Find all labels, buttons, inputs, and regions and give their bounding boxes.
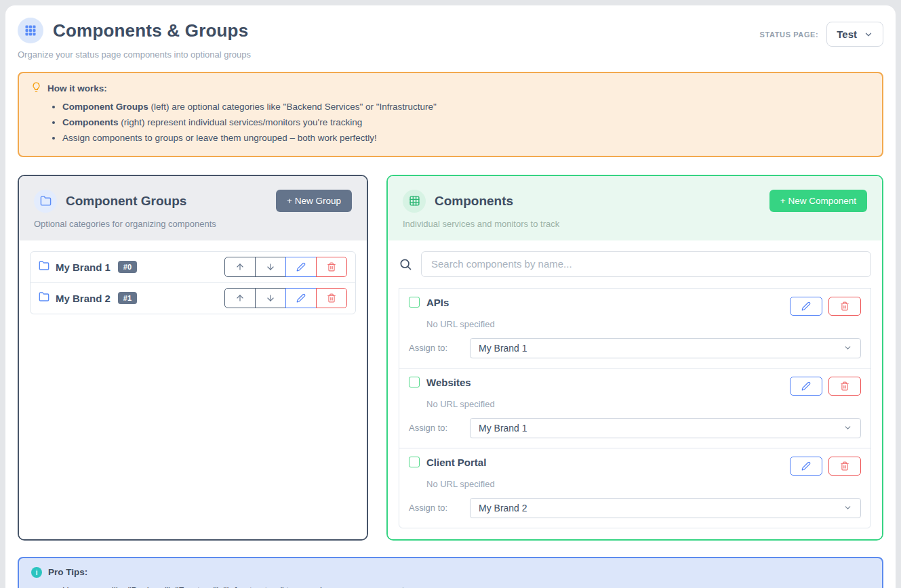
delete-group-button[interactable] [316, 288, 347, 308]
move-group-down-button[interactable] [255, 288, 286, 308]
group-order-badge: #1 [118, 292, 137, 304]
component-checkbox[interactable] [409, 297, 420, 308]
folder-icon [39, 291, 49, 305]
how-it-works-list: Component Groups (left) are optional cat… [31, 99, 870, 146]
search-icon [399, 257, 412, 271]
how-it-works-title: How it works: [47, 83, 107, 93]
pencil-icon [296, 262, 306, 272]
pro-tips-list: Use groups like "Backend", "Frontend", "… [31, 583, 870, 588]
panels-row: Component Groups + New Group Optional ca… [18, 175, 883, 541]
arrow-down-icon [266, 262, 275, 272]
chevron-down-icon [843, 423, 852, 432]
components-panel: Components + New Component Individual se… [386, 175, 883, 541]
assign-group-select[interactable]: My Brand 1 [470, 338, 861, 358]
assign-to-label: Assign to: [409, 503, 460, 513]
group-actions [224, 288, 347, 308]
delete-component-button[interactable] [828, 297, 861, 316]
chevron-down-icon [843, 343, 852, 352]
arrow-up-icon [235, 262, 245, 272]
info-icon [31, 567, 42, 578]
main-card: Components & Groups Organize your status… [5, 5, 896, 588]
trash-icon [327, 293, 336, 303]
pencil-icon [801, 461, 811, 471]
lightbulb-icon [31, 82, 41, 94]
chevron-down-icon [843, 503, 852, 512]
how-it-works-box: How it works: Component Groups (left) ar… [18, 72, 883, 157]
page-subtitle: Organize your status page components int… [18, 49, 251, 60]
pro-tips-bullet: Use groups like "Backend", "Frontend", "… [62, 583, 870, 588]
components-grid-icon [403, 190, 426, 213]
trash-icon [840, 381, 849, 391]
assigned-group-value: My Brand 1 [479, 423, 527, 434]
assign-to-label: Assign to: [409, 343, 460, 353]
assign-group-select[interactable]: My Brand 2 [470, 498, 861, 518]
edit-group-button[interactable] [285, 288, 317, 308]
component-search-row [399, 251, 871, 277]
trash-icon [840, 301, 849, 311]
group-name: My Brand 2 [56, 293, 111, 304]
components-panel-subtitle: Individual services and monitors to trac… [403, 219, 867, 229]
group-row: My Brand 2 #1 [30, 282, 356, 314]
component-card: Client Portal No URL specified [399, 448, 871, 528]
group-actions [224, 257, 347, 277]
delete-group-button[interactable] [316, 257, 347, 277]
component-actions [790, 377, 861, 396]
move-group-down-button[interactable] [255, 257, 286, 277]
groups-panel-subtitle: Optional categories for organizing compo… [34, 219, 352, 229]
how-it-works-bullet: Components (right) represent individual … [62, 114, 870, 130]
new-group-button[interactable]: + New Group [276, 190, 352, 212]
assign-to-label: Assign to: [409, 423, 460, 433]
component-actions [790, 297, 861, 316]
arrow-down-icon [266, 293, 275, 303]
components-panel-title: Components [435, 194, 513, 209]
edit-group-button[interactable] [285, 257, 317, 277]
chevron-down-icon [864, 30, 873, 39]
apps-grid-icon [18, 18, 43, 43]
component-card: APIs No URL specified A [399, 288, 871, 369]
edit-component-button[interactable] [790, 457, 822, 476]
delete-component-button[interactable] [828, 457, 861, 476]
new-component-button[interactable]: + New Component [769, 190, 867, 212]
delete-component-button[interactable] [828, 377, 861, 396]
components-panel-header: Components + New Component Individual se… [388, 176, 882, 240]
component-groups-panel: Component Groups + New Group Optional ca… [18, 175, 368, 541]
component-url-status: No URL specified [426, 479, 861, 489]
component-checkbox[interactable] [409, 457, 420, 467]
groups-list: My Brand 1 #0 [19, 240, 367, 539]
status-page-select[interactable]: Test [826, 22, 883, 47]
group-row: My Brand 1 #0 [30, 251, 356, 283]
groups-panel-title: Component Groups [66, 194, 186, 209]
trash-icon [327, 262, 336, 272]
search-components-input[interactable] [421, 251, 871, 277]
status-page-picker: STATUS PAGE: Test [760, 22, 883, 47]
page-header: Components & Groups Organize your status… [18, 18, 883, 60]
folder-icon [39, 260, 49, 274]
component-actions [790, 457, 861, 476]
component-name: Websites [426, 377, 471, 388]
pencil-icon [801, 381, 811, 391]
edit-component-button[interactable] [790, 297, 822, 316]
assigned-group-value: My Brand 1 [479, 343, 527, 354]
component-name: Client Portal [426, 457, 486, 468]
move-group-up-button[interactable] [224, 257, 256, 277]
component-url-status: No URL specified [426, 399, 861, 409]
component-url-status: No URL specified [426, 319, 861, 329]
how-it-works-bullet: Component Groups (left) are optional cat… [62, 99, 870, 114]
group-name: My Brand 1 [56, 261, 111, 273]
move-group-up-button[interactable] [224, 288, 256, 308]
pro-tips-title: Pro Tips: [48, 567, 87, 577]
page-title: Components & Groups [53, 20, 248, 41]
edit-component-button[interactable] [790, 377, 822, 396]
components-list: APIs No URL specified A [388, 240, 882, 539]
assign-group-select[interactable]: My Brand 1 [470, 418, 861, 438]
folder-icon [34, 190, 57, 213]
arrow-up-icon [235, 293, 245, 303]
component-checkbox[interactable] [409, 377, 420, 387]
pro-tips-box: Pro Tips: Use groups like "Backend", "Fr… [18, 557, 883, 588]
component-name: APIs [426, 297, 449, 308]
assigned-group-value: My Brand 2 [479, 503, 527, 513]
status-page-value: Test [837, 28, 857, 40]
group-order-badge: #0 [118, 261, 137, 273]
status-page-label: STATUS PAGE: [760, 30, 819, 39]
trash-icon [840, 461, 849, 471]
